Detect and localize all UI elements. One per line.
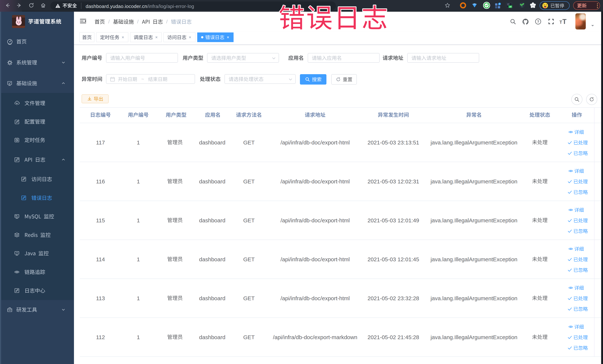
svg-text:?: ? [537, 20, 539, 23]
svg-text:T: T [559, 20, 562, 25]
svg-text:off: off [509, 6, 511, 8]
svg-text:T: T [562, 18, 567, 25]
